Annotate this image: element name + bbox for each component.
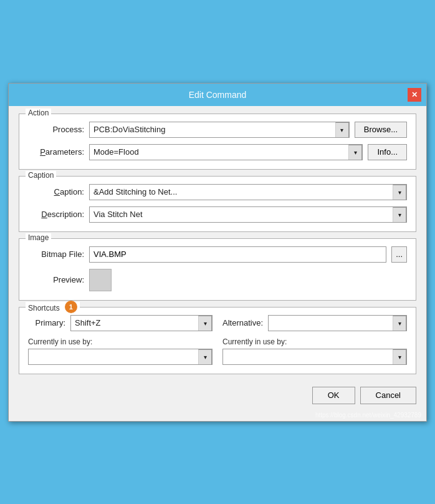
primary-combo-arrow: ▾ [198, 316, 212, 331]
primary-label: Primary: [28, 318, 65, 327]
ok-button[interactable]: OK [312, 387, 355, 404]
caption-section: Caption Caption: &Add Stitching to Net..… [19, 176, 416, 232]
alternative-col: Alternative: ▾ [222, 315, 407, 331]
chevron-down-icon6: ▾ [398, 320, 401, 327]
bitmap-input[interactable] [89, 246, 386, 263]
primary-value: Shift+Z [75, 318, 101, 327]
description-combo-wrapper: Via Stitch Net ▾ [89, 206, 407, 223]
description-row: Description: Via Stitch Net ▾ [28, 206, 407, 223]
bitmap-browse-button[interactable]: ... [391, 246, 407, 263]
edit-command-window: Edit Command ✕ Action Process: PCB:DoVia… [8, 83, 427, 422]
process-label: Process: [28, 125, 84, 134]
shortcuts-section-label: Shortcuts [28, 304, 60, 313]
current-use-labels-row: Currently in use by: ▾ Currently in use … [28, 337, 407, 365]
preview-image [89, 269, 112, 291]
close-button[interactable]: ✕ [408, 88, 421, 102]
caption-section-label: Caption [26, 171, 56, 180]
primary-combo-wrapper: Shift+Z ▾ [70, 315, 213, 331]
current-use-combo1-wrapper: ▾ [28, 349, 213, 365]
parameters-label: Parameters: [28, 147, 84, 157]
footer: OK Cancel [9, 382, 426, 410]
shortcuts-section: Shortcuts 1 Primary: Shift+Z ▾ [19, 307, 416, 374]
process-row: Process: PCB:DoViaStitching ▾ Browse... [28, 122, 407, 138]
currently-label-2: Currently in use by: [222, 337, 407, 346]
shortcuts-badge: 1 [65, 301, 77, 313]
window-body: Action Process: PCB:DoViaStitching ▾ Bro… [9, 106, 426, 382]
process-combo[interactable]: PCB:DoViaStitching ▾ [89, 122, 350, 138]
caption-label: Caption: [28, 187, 84, 196]
currently-label-1: Currently in use by: [28, 337, 213, 346]
alternative-combo-arrow: ▾ [393, 316, 406, 331]
caption-combo[interactable]: &Add Stitching to Net... ▾ [89, 184, 407, 200]
cancel-button[interactable]: Cancel [360, 387, 416, 404]
watermark: https://blog.csdn.net/weixin_42932789 [9, 410, 426, 421]
window-title: Edit Command [27, 90, 408, 100]
title-bar: Edit Command ✕ [9, 84, 426, 106]
chevron-down-icon7: ▾ [204, 354, 207, 361]
parameters-combo[interactable]: Mode=Flood ▾ [89, 144, 363, 160]
caption-row: Caption: &Add Stitching to Net... ▾ [28, 184, 407, 200]
chevron-down-icon: ▾ [340, 127, 343, 133]
caption-combo-wrapper: &Add Stitching to Net... ▾ [89, 184, 407, 200]
parameters-row: Parameters: Mode=Flood ▾ Info... [28, 144, 407, 160]
chevron-down-icon8: ▾ [398, 354, 401, 361]
bitmap-row: Bitmap File: ... [28, 246, 407, 263]
primary-combo[interactable]: Shift+Z ▾ [70, 315, 213, 331]
description-combo-arrow: ▾ [393, 207, 406, 223]
parameters-combo-wrapper: Mode=Flood ▾ [89, 144, 363, 160]
parameters-label-underline-p: P [40, 147, 45, 157]
chevron-down-icon5: ▾ [204, 320, 207, 327]
current-use-right: Currently in use by: ▾ [222, 337, 407, 365]
current-use-row: Currently in use by: ▾ Currently in use … [28, 337, 407, 365]
description-label: Description: [28, 210, 84, 219]
preview-label: Preview: [28, 275, 84, 284]
process-combo-wrapper: PCB:DoViaStitching ▾ [89, 122, 350, 138]
parameters-value: Mode=Flood [93, 147, 139, 157]
alternative-combo[interactable]: ▾ [268, 315, 407, 331]
process-value: PCB:DoViaStitching [93, 125, 165, 134]
current-use-combo2-wrapper: ▾ [222, 349, 407, 365]
image-section: Image Bitmap File: ... Preview: [19, 238, 416, 301]
alternative-label: Alternative: [222, 318, 263, 327]
current-use-combo2[interactable]: ▾ [222, 349, 407, 365]
bitmap-label: Bitmap File: [28, 250, 84, 259]
preview-row: Preview: [28, 269, 407, 291]
current-use-combo1-arrow: ▾ [198, 349, 212, 365]
alternative-combo-wrapper: ▾ [268, 315, 407, 331]
info-button[interactable]: Info... [368, 144, 407, 160]
current-use-left: Currently in use by: ▾ [28, 337, 213, 365]
current-use-combo2-arrow: ▾ [393, 349, 406, 365]
process-combo-arrow: ▾ [335, 122, 349, 138]
shortcut-primary-row: Primary: Shift+Z ▾ Alternative: [28, 315, 407, 331]
action-section-label: Action [26, 109, 51, 117]
chevron-down-icon3: ▾ [398, 189, 401, 196]
current-use-combo1[interactable]: ▾ [28, 349, 213, 365]
chevron-down-icon2: ▾ [354, 149, 357, 156]
chevron-down-icon4: ▾ [398, 211, 401, 218]
caption-combo-arrow: ▾ [393, 185, 406, 200]
shortcuts-label-row: Shortcuts 1 [26, 302, 80, 314]
browse-button[interactable]: Browse... [355, 122, 407, 138]
image-section-label: Image [26, 233, 51, 242]
action-section: Action Process: PCB:DoViaStitching ▾ Bro… [19, 114, 416, 170]
caption-value: &Add Stitching to Net... [93, 187, 177, 196]
description-value: Via Stitch Net [93, 210, 143, 219]
primary-col: Primary: Shift+Z ▾ [28, 315, 213, 331]
description-combo[interactable]: Via Stitch Net ▾ [89, 206, 407, 223]
parameters-combo-arrow: ▾ [348, 145, 362, 160]
